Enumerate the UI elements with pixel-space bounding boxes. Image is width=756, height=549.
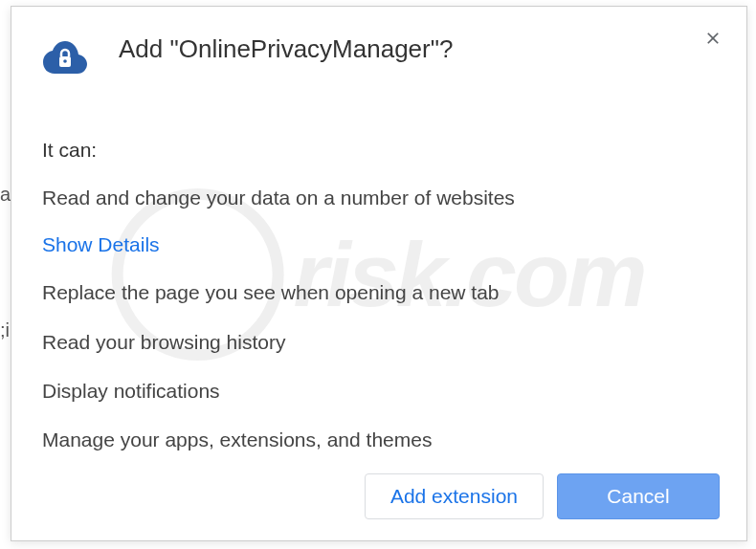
permission-item: Replace the page you see when opening a … [42, 279, 716, 305]
dialog-actions: Add extension Cancel [365, 473, 720, 519]
dialog-title: Add "OnlinePrivacyManager"? [119, 33, 716, 66]
cancel-button[interactable]: Cancel [557, 473, 720, 519]
background-text-fragment: a [0, 184, 11, 206]
show-details-link[interactable]: Show Details [42, 233, 160, 256]
svg-point-1 [63, 59, 67, 63]
permission-item: Manage your apps, extensions, and themes [42, 427, 716, 452]
permission-item: Read your browsing history [42, 329, 716, 355]
close-icon [703, 29, 723, 48]
cloud-lock-icon [42, 35, 88, 81]
extension-install-dialog: Add "OnlinePrivacyManager"? It can: Read… [11, 6, 747, 541]
close-button[interactable] [699, 24, 727, 53]
extension-icon [42, 35, 88, 81]
dialog-content: Add "OnlinePrivacyManager"? It can: Read… [11, 7, 746, 540]
permissions-heading: It can: [42, 139, 716, 162]
permission-item: Display notifications [42, 378, 716, 404]
permission-item: Read and change your data on a number of… [42, 185, 716, 210]
background-text-fragment: ;i [0, 319, 10, 341]
permissions-section: It can: Read and change your data on a n… [42, 139, 716, 452]
add-extension-button[interactable]: Add extension [365, 473, 544, 519]
dialog-header: Add "OnlinePrivacyManager"? [42, 33, 716, 81]
